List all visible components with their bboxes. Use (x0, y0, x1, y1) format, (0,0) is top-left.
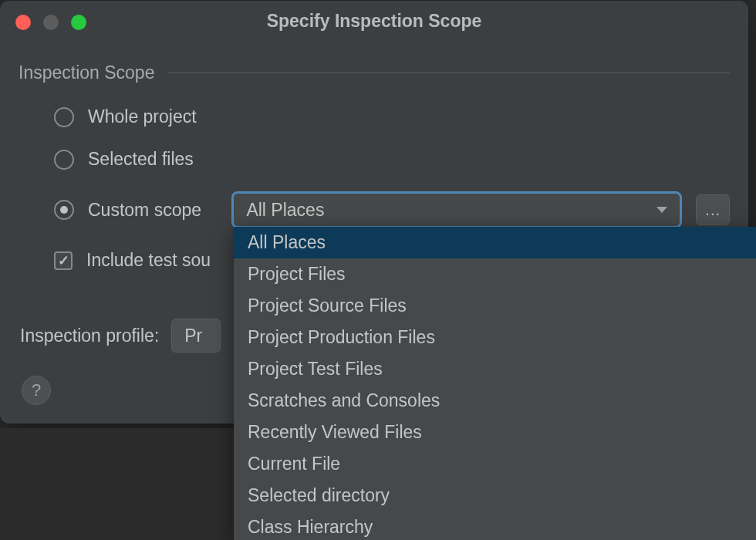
dropdown-item-project-files[interactable]: Project Files (234, 258, 756, 290)
section-divider (168, 73, 730, 73)
dropdown-item-recently-viewed[interactable]: Recently Viewed Files (234, 417, 756, 448)
dropdown-item-project-source-files[interactable]: Project Source Files (234, 290, 756, 322)
scope-select[interactable]: All Places (231, 191, 682, 228)
inspection-profile-select[interactable]: Pr (171, 319, 221, 353)
dropdown-item-project-test-files[interactable]: Project Test Files (234, 353, 756, 385)
help-icon: ? (32, 380, 41, 400)
scope-dropdown[interactable]: All Places Project Files Project Source … (234, 227, 756, 540)
radio-custom-scope[interactable] (54, 200, 74, 220)
dropdown-item-scratches-consoles[interactable]: Scratches and Consoles (234, 385, 756, 417)
dropdown-item-current-file[interactable]: Current File (234, 448, 756, 480)
dropdown-item-selected-directory[interactable]: Selected directory (234, 480, 756, 511)
dropdown-item-all-places[interactable]: All Places (234, 227, 756, 258)
section-header: Inspection Scope (19, 62, 730, 83)
chevron-down-icon (656, 207, 667, 213)
dropdown-item-project-production-files[interactable]: Project Production Files (234, 322, 756, 353)
radio-whole-project[interactable] (54, 107, 74, 127)
zoom-window-button[interactable] (71, 15, 86, 30)
window-controls (15, 15, 86, 30)
dialog-title: Specify Inspection Scope (12, 11, 736, 32)
radio-selected-files-row[interactable]: Selected files (54, 149, 730, 170)
inspection-profile-value: Pr (184, 326, 202, 346)
titlebar: Specify Inspection Scope (0, 1, 748, 36)
radio-whole-project-label: Whole project (88, 106, 197, 127)
radio-custom-scope-row: Custom scope All Places ... (54, 191, 730, 228)
minimize-window-button[interactable] (43, 15, 59, 30)
inspection-profile-label: Inspection profile: (20, 326, 159, 346)
section-title: Inspection Scope (19, 62, 154, 83)
scope-select-value: All Places (246, 200, 324, 221)
close-window-button[interactable] (15, 15, 31, 30)
scope-radio-group: Whole project Selected files Custom scop… (19, 106, 730, 228)
help-button[interactable]: ? (22, 376, 51, 405)
radio-selected-files[interactable] (54, 150, 74, 170)
scope-browse-button[interactable]: ... (696, 194, 730, 225)
radio-selected-files-label: Selected files (88, 149, 194, 170)
include-tests-label: Include test sou (86, 250, 211, 271)
dropdown-item-class-hierarchy[interactable]: Class Hierarchy (234, 511, 756, 540)
radio-whole-project-row[interactable]: Whole project (54, 106, 730, 127)
radio-custom-scope-label: Custom scope (88, 200, 218, 221)
include-tests-checkbox[interactable] (54, 251, 73, 270)
